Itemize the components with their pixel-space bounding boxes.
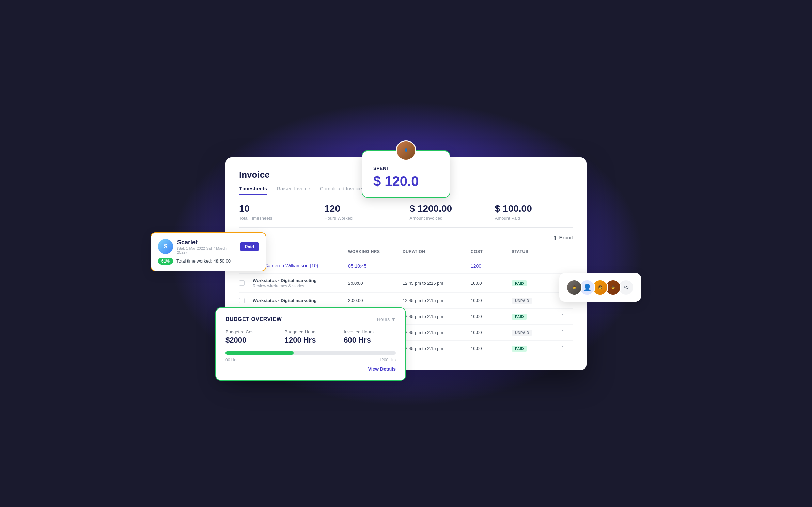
avatar-1: 👨 [566, 279, 582, 296]
table-row: Workstatus - Digital marketing Review wi… [239, 274, 573, 293]
page-wrapper: Invoice Timesheets Raised Invoice Comple… [225, 137, 587, 370]
cell-duration: 12:45 pm to 2:15 pm [403, 298, 471, 303]
group-row-cameron: — CW Cameron Williamson (10) 05:10:45 12… [239, 258, 573, 274]
budget-progress-bar [225, 351, 396, 355]
cell-cost: 10.00 [471, 298, 512, 303]
cell-status: UNPAID [512, 329, 559, 336]
progress-badge: 61% [158, 258, 173, 265]
table-row: Workstatus - Digital marketing 2:00:00 1… [239, 293, 573, 309]
avatar-cluster: 👨 👤 👩 👨 +5 [566, 279, 634, 296]
cell-cost: 10.00 [471, 346, 512, 351]
cell-cost: 10.00 [471, 314, 512, 319]
task-info: Workstatus - Digital marketing Review wi… [253, 278, 348, 288]
cell-duration: 12:45 pm to 2:15 pm [403, 314, 471, 319]
budget-stat-hours: Budgeted Hours 1200 Hrs [278, 329, 337, 345]
col-task: TASK [253, 249, 348, 254]
cell-duration: 12:45 pm to 2:15 pm [403, 346, 471, 351]
cell-actions[interactable]: ⋮ [559, 345, 573, 352]
budget-stat-cost: Budgeted Cost $2000 [225, 329, 278, 345]
col-cost: COST [471, 249, 512, 254]
col-duration: DURATION [403, 249, 471, 254]
main-invoice-card: Invoice Timesheets Raised Invoice Comple… [225, 157, 587, 370]
stat-amount-paid: $ 100.00 Amount Paid [488, 203, 573, 221]
cell-working-hrs: 2:00:00 [348, 298, 403, 303]
tab-raised-invoice[interactable]: Raised Invoice [277, 186, 310, 195]
cell-actions[interactable]: ⋮ [559, 313, 573, 320]
spent-card: 👤 SPENT $ 120.0 [362, 150, 450, 198]
col-status: STATUS [512, 249, 559, 254]
row-checkbox[interactable] [239, 280, 253, 286]
cell-cost: 10.00 [471, 281, 512, 286]
chevron-down-icon: ▼ [391, 317, 396, 322]
cell-status: PAID [512, 313, 559, 320]
cell-status: PAID [512, 280, 559, 286]
stat-total-timesheets: 10 Total Timesheets [239, 203, 317, 221]
row-menu-button[interactable]: ⋮ [559, 345, 565, 352]
stat-hours-worked: 120 Hours Worked [317, 203, 403, 221]
group-cost: 1200. [471, 263, 512, 269]
export-row: ⬆ Export [239, 235, 573, 241]
spent-avatar: 👤 [396, 140, 416, 161]
stat-amount-invoiced: $ 1200.00 Amount Invoiced [403, 203, 488, 221]
export-button[interactable]: ⬆ Export [553, 235, 573, 241]
row-menu-button[interactable]: ⋮ [559, 313, 565, 320]
col-working-hrs: WORKING HRS [348, 249, 403, 254]
cell-status: PAID [512, 345, 559, 352]
cell-duration: 12:45 pm to 2:15 pm [403, 281, 471, 286]
row-menu-button[interactable]: ⋮ [559, 329, 565, 336]
table-header: TASK WORKING HRS DURATION COST STATUS [239, 247, 573, 257]
task-info: Workstatus - Digital marketing [253, 298, 348, 303]
cell-working-hrs: 2:00:00 [348, 281, 403, 286]
cell-status: UNPAID [512, 297, 559, 304]
scarlet-date: (Sat, 1 Mar 2022-Sat 7 March 2022) [177, 246, 236, 254]
budget-progress-fill [225, 351, 294, 355]
budget-overview-card: BUDGET OVERVIEW Hours ▼ Budgeted Cost $2… [215, 307, 406, 381]
progress-start-label: 00 Hrs [225, 358, 237, 362]
spent-amount: $ 120.0 [373, 174, 439, 189]
view-details-link[interactable]: View Details [368, 366, 396, 372]
hours-dropdown[interactable]: Hours ▼ [377, 317, 396, 322]
cell-actions[interactable]: ⋮ [559, 329, 573, 336]
stats-row: 10 Total Timesheets 120 Hours Worked $ 1… [239, 203, 573, 228]
scarlet-paid-button[interactable]: Paid [240, 242, 259, 251]
group-working-hrs: 05:10:45 [348, 263, 403, 269]
cell-cost: 10.00 [471, 330, 512, 335]
budget-title: BUDGET OVERVIEW [225, 316, 282, 322]
tab-completed-invoice[interactable]: Completed Invoice [320, 186, 362, 195]
row-checkbox[interactable] [239, 298, 253, 303]
budget-stat-invested: Invested Hours 600 Hrs [337, 329, 396, 345]
total-time-text: Total time worked: 48:50:00 [176, 258, 231, 264]
progress-end-label: 1200 Hrs [379, 358, 396, 362]
scarlet-avatar: S [158, 239, 173, 254]
export-icon: ⬆ [553, 235, 557, 241]
tab-timesheets[interactable]: Timesheets [239, 186, 267, 195]
spent-label: SPENT [373, 165, 439, 171]
avatars-card: 👨 👤 👩 👨 +5 [559, 273, 641, 302]
group-name: CW Cameron Williamson (10) [253, 262, 348, 270]
scarlet-card: S Scarlet (Sat, 1 Mar 2022-Sat 7 March 2… [151, 232, 266, 271]
col-actions [559, 249, 573, 254]
scarlet-name: Scarlet [177, 239, 236, 246]
cell-duration: 12:45 pm to 2:15 pm [403, 330, 471, 335]
